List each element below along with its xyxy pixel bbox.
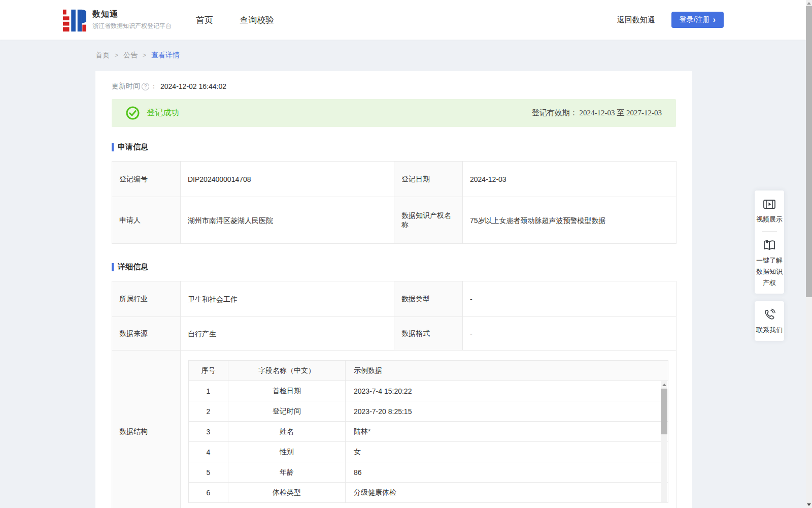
scrollbar-up-arrow-icon[interactable] — [807, 2, 811, 5]
nav-item-home[interactable]: 首页 — [196, 14, 213, 26]
breadcrumb-separator-icon: > — [115, 52, 118, 59]
data-format-value: - — [463, 317, 676, 351]
col-seq: 序号 — [189, 361, 228, 381]
login-register-button[interactable]: 登录/注册 › — [671, 12, 724, 28]
seq-cell: 5 — [189, 462, 228, 483]
breadcrumb-home[interactable]: 首页 — [95, 51, 110, 60]
validity-label: 登记有效期： — [532, 109, 578, 117]
detail-info-section-title: 详细信息 — [112, 262, 676, 272]
sample-data-cell: 2023-7-4 15:20:22 — [346, 381, 668, 401]
data-structure-table: 序号 字段名称（中文） 示例数据 1 首检日期 2023-7-4 15:20:2… — [188, 360, 668, 503]
detail-info-table: 所属行业 卫生和社会工作 数据类型 - 数据来源 自行产生 数据格式 - 数据结… — [112, 281, 676, 508]
table-row: 5 年龄 86 — [189, 462, 668, 483]
header-right: 返回数知通 登录/注册 › — [617, 12, 724, 28]
seq-cell: 6 — [189, 483, 228, 503]
breadcrumb-current: 查看详情 — [151, 51, 180, 60]
industry-value: 卫生和社会工作 — [181, 281, 394, 317]
sample-data-cell: 分级健康体检 — [346, 483, 668, 503]
phone-icon — [763, 308, 776, 322]
seq-cell: 2 — [189, 401, 228, 422]
seq-cell: 1 — [189, 381, 228, 401]
check-circle-icon — [126, 106, 140, 120]
apply-info-section-title: 申请信息 — [112, 142, 676, 152]
apply-info-table: 登记编号 DIP2024000014708 登记日期 2024-12-03 申请… — [112, 161, 676, 244]
table-row: 6 体检类型 分级健康体检 — [189, 483, 668, 503]
data-structure-table-wrap: 序号 字段名称（中文） 示例数据 1 首检日期 2023-7-4 15:20:2… — [188, 360, 668, 503]
table-header-row: 序号 字段名称（中文） 示例数据 — [189, 361, 668, 381]
logo-icon — [63, 8, 86, 31]
applicant-value: 湖州市南浔区菱湖人民医院 — [181, 197, 394, 244]
seq-cell: 3 — [189, 422, 228, 442]
video-widget-label: 视频展示 — [755, 214, 784, 230]
inner-table-scrollbar — [661, 381, 667, 502]
reg-number-value: DIP2024000014708 — [181, 162, 394, 197]
validity-period: 登记有效期： 2024-12-03 至 2027-12-03 — [532, 108, 662, 118]
guide-widget[interactable]: 一键了解数据知识产权 — [755, 239, 784, 294]
data-type-value: - — [463, 281, 676, 317]
back-to-shuzhitong-link[interactable]: 返回数知通 — [617, 15, 655, 25]
breadcrumb-announcement[interactable]: 公告 — [123, 51, 138, 60]
data-ip-name-value: 75岁以上女患者颈动脉超声波预警模型数据 — [463, 197, 676, 244]
video-widget[interactable]: 视频展示 — [755, 198, 784, 230]
field-name-cell: 首检日期 — [228, 381, 346, 401]
book-icon — [763, 239, 776, 252]
scrollbar-up-arrow-icon[interactable] — [662, 384, 666, 386]
detail-info-title-text: 详细信息 — [118, 262, 148, 272]
applicant-label: 申请人 — [112, 197, 181, 244]
registration-success-banner: 登记成功 登记有效期： 2024-12-03 至 2027-12-03 — [112, 99, 676, 127]
data-structure-cell: 序号 字段名称（中文） 示例数据 1 首检日期 2023-7-4 15:20:2… — [181, 351, 676, 508]
col-sample-data: 示例数据 — [346, 361, 668, 381]
table-row: 1 首检日期 2023-7-4 15:20:22 — [189, 381, 668, 401]
logo-text: 数知通 浙江省数据知识产权登记平台 — [92, 9, 172, 30]
banner-status: 登记成功 — [126, 106, 179, 120]
floating-widget-group: 视频展示 一键了解数据知识产权 — [755, 190, 784, 294]
contact-widget[interactable]: 联系我们 — [755, 301, 784, 341]
table-row: 申请人 湖州市南浔区菱湖人民医院 数据知识产权名称 75岁以上女患者颈动脉超声波… — [112, 197, 676, 244]
reg-number-label: 登记编号 — [112, 162, 181, 197]
col-field-name: 字段名称（中文） — [228, 361, 346, 381]
inner-scrollbar-thumb[interactable] — [661, 389, 667, 434]
section-bar — [112, 263, 114, 271]
data-source-value: 自行产生 — [181, 317, 394, 351]
table-row: 2 登记时间 2023-7-20 8:25:15 — [189, 401, 668, 422]
logo-subtitle: 浙江省数据知识产权登记平台 — [92, 22, 172, 30]
table-row: 登记编号 DIP2024000014708 登记日期 2024-12-03 — [112, 162, 676, 197]
update-time-value: 2024-12-02 16:44:02 — [160, 82, 226, 90]
scrollbar-down-arrow-icon[interactable] — [807, 503, 811, 506]
logo-title: 数知通 — [92, 9, 172, 20]
data-format-label: 数据格式 — [394, 317, 463, 351]
divider — [762, 231, 777, 232]
update-time-row: 更新时间 ? ： 2024-12-02 16:44:02 — [112, 80, 676, 92]
field-name-cell: 体检类型 — [228, 483, 346, 503]
nav-item-query-verify[interactable]: 查询校验 — [240, 14, 274, 26]
table-row: 4 性别 女 — [189, 442, 668, 462]
table-row: 3 姓名 陆林* — [189, 422, 668, 442]
validity-value: 2024-12-03 至 2027-12-03 — [580, 109, 662, 117]
sample-data-cell: 2023-7-20 8:25:15 — [346, 401, 668, 422]
update-time-label: 更新时间 — [112, 82, 140, 91]
sample-data-cell: 86 — [346, 462, 668, 483]
status-text: 登记成功 — [147, 108, 179, 118]
data-structure-label: 数据结构 — [112, 351, 181, 508]
chevron-right-icon: › — [713, 16, 716, 24]
contact-widget-label: 联系我们 — [755, 325, 784, 341]
section-bar — [112, 143, 114, 151]
breadcrumb-separator-icon: > — [143, 52, 146, 59]
field-name-cell: 姓名 — [228, 422, 346, 442]
field-name-cell: 年龄 — [228, 462, 346, 483]
detail-card: 更新时间 ? ： 2024-12-02 16:44:02 登记成功 登记有效期：… — [95, 71, 692, 508]
guide-widget-label: 一键了解数据知识产权 — [755, 255, 784, 294]
sample-data-cell: 女 — [346, 442, 668, 462]
reg-date-label: 登记日期 — [394, 162, 463, 197]
help-icon[interactable]: ? — [142, 83, 149, 90]
main-nav: 首页 查询校验 — [196, 14, 274, 26]
sample-data-cell: 陆林* — [346, 422, 668, 442]
page-scrollbar-thumb[interactable] — [806, 6, 812, 297]
data-type-label: 数据类型 — [394, 281, 463, 317]
breadcrumb: 首页 > 公告 > 查看详情 — [95, 51, 180, 60]
logo[interactable]: 数知通 浙江省数据知识产权登记平台 — [63, 8, 172, 31]
data-ip-name-label: 数据知识产权名称 — [394, 197, 463, 244]
seq-cell: 4 — [189, 442, 228, 462]
video-icon — [763, 198, 776, 211]
data-source-label: 数据来源 — [112, 317, 181, 351]
